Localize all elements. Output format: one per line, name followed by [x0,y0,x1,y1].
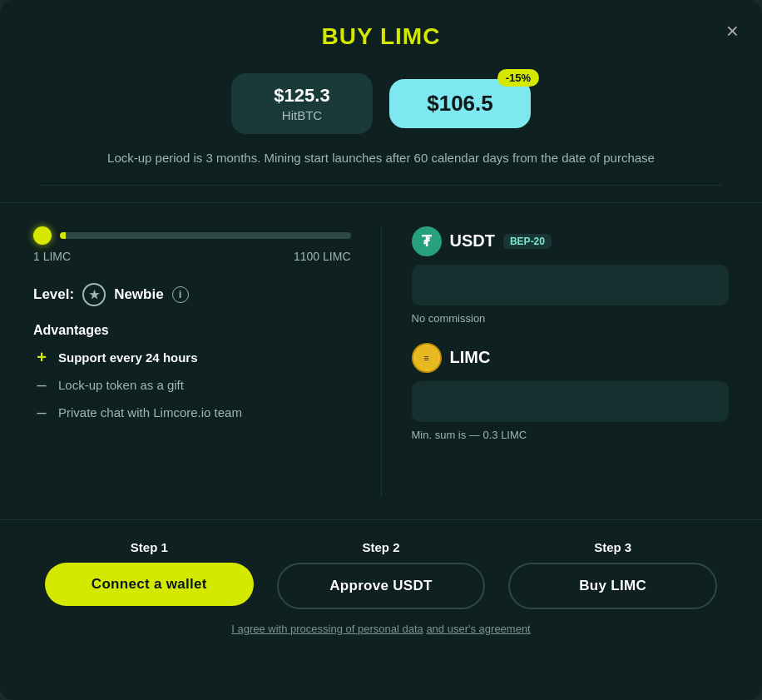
discount-badge: -15% [497,69,539,87]
agreement-prefix: I agree with processing of [231,623,358,635]
step-3-label: Step 3 [497,540,729,554]
lock-description: Lock-up period is 3 months. Mining start… [40,149,722,186]
close-button[interactable]: × [726,20,739,42]
limc-hint: Min. sum is — 0.3 LIMC [412,429,730,441]
user-agreement-link[interactable]: user's agreement [448,623,531,635]
advantages-title: Advantages [33,323,351,338]
highlight-amount: $106.5 [416,91,504,117]
personal-data-link[interactable]: personal data [358,623,423,635]
step-3-col: Step 3 Buy LIMC [497,540,729,609]
level-label: Level: [33,286,74,303]
limc-input[interactable]: 0 [412,381,730,422]
hitbtc-label: HitBTC [258,108,346,122]
slider-wrapper [33,226,351,245]
slider-dot [33,226,52,245]
right-panel: ₮ USDT BEP-20 0 No commission ≡ LIMC 0 M… [381,226,730,496]
approve-usdt-button[interactable]: Approve USDT [277,563,486,609]
info-icon[interactable]: i [172,286,189,303]
steps-row: Step 1 Connect a wallet Step 2 Approve U… [33,540,729,609]
advantage-text-3: Private chat with Limcore.io team [58,405,242,420]
step-2-col: Step 2 Approve USDT [265,540,497,609]
buy-limc-button[interactable]: Buy LIMC [508,563,717,609]
limc-slider[interactable] [60,232,351,239]
left-panel: 1 LIMC 1100 LIMC Level: ★ Newbie i Advan… [33,226,381,496]
slider-max-label: 1100 LIMC [294,250,350,263]
usdt-hint: No commission [412,312,730,325]
modal-header: BUY LIMC × $125.3 HitBTC -15% $106.5 Loc… [0,0,762,203]
advantage-item-3: – Private chat with Limcore.io team [33,403,351,422]
usdt-badge: BEP-20 [503,234,552,249]
limc-name: LIMC [450,348,491,367]
advantage-minus-icon-1: – [33,375,50,395]
agreement-and: and [426,623,447,635]
advantage-plus-icon: + [33,348,50,367]
highlight-price-card: -15% $106.5 [389,79,531,128]
advantage-item-2: – Lock-up token as a gift [33,375,351,395]
advantage-minus-icon-2: – [33,403,50,422]
advantage-text-1: Support every 24 hours [58,350,198,365]
price-row: $125.3 HitBTC -15% $106.5 [40,73,722,134]
modal-body: 1 LIMC 1100 LIMC Level: ★ Newbie i Advan… [0,203,762,519]
agreement-text: I agree with processing of personal data… [33,623,729,635]
advantages-section: Advantages + Support every 24 hours – Lo… [33,323,351,422]
step-1-col: Step 1 Connect a wallet [33,540,265,609]
usdt-input[interactable]: 0 [412,265,730,305]
usdt-icon: ₮ [412,226,442,256]
limc-icon: ≡ [412,343,442,373]
modal-title: BUY LIMC [40,23,722,50]
hitbtc-price-card: $125.3 HitBTC [231,73,373,134]
modal-footer: Step 1 Connect a wallet Step 2 Approve U… [0,519,762,652]
usdt-name: USDT [450,231,495,251]
slider-labels: 1 LIMC 1100 LIMC [33,250,351,263]
level-name: Newbie [114,286,164,303]
advantage-item-1: + Support every 24 hours [33,348,351,367]
slider-min-label: 1 LIMC [33,250,71,263]
connect-wallet-button[interactable]: Connect a wallet [45,563,254,606]
limc-row: ≡ LIMC [412,343,730,373]
level-icon: ★ [82,283,106,306]
usdt-row: ₮ USDT BEP-20 [412,226,730,256]
advantage-text-2: Lock-up token as a gift [58,378,184,392]
step-1-label: Step 1 [33,540,265,554]
hitbtc-amount: $125.3 [258,85,346,107]
buy-limc-modal: BUY LIMC × $125.3 HitBTC -15% $106.5 Loc… [0,0,762,700]
step-2-label: Step 2 [265,540,497,554]
level-row: Level: ★ Newbie i [33,283,351,306]
slider-container: 1 LIMC 1100 LIMC [33,226,351,263]
